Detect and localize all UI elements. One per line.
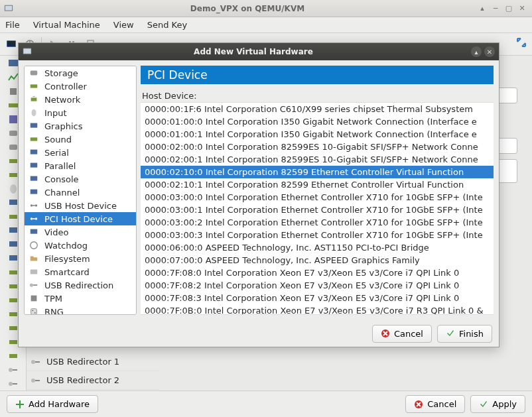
usb-redir2-icon[interactable] — [5, 377, 21, 390]
hw-type-input[interactable]: Input — [25, 106, 136, 119]
apply-icon — [479, 400, 488, 409]
controller7-icon[interactable] — [5, 349, 21, 363]
svg-rect-44 — [31, 163, 38, 168]
hw-type-label: Filesystem — [44, 254, 90, 264]
host-device-row[interactable]: 0000:02:00:0 Intel Corporation 82599ES 1… — [141, 141, 494, 153]
footer: Add Hardware Cancel Apply — [0, 390, 532, 417]
hw-type-label: RNG — [44, 307, 64, 316]
host-device-row[interactable]: 0000:02:10:1 Intel Corporation 82599 Eth… — [141, 178, 494, 191]
hardware-type-list[interactable]: StorageControllerNetworkInputGraphicsSou… — [24, 66, 137, 315]
svg-rect-14 — [9, 145, 17, 150]
svg-rect-25 — [9, 298, 17, 302]
host-device-row[interactable]: 0000:01:00:0 Intel Corporation I350 Giga… — [141, 115, 494, 128]
hw-type-label: Storage — [44, 68, 78, 78]
hw-type-pci-host-device[interactable]: PCI Host Device — [25, 212, 136, 225]
host-device-row[interactable]: 0000:01:00:1 Intel Corporation I350 Giga… — [141, 128, 494, 141]
hw-type-rng[interactable]: RNG — [25, 305, 136, 315]
host-device-row[interactable]: 0000:07:00:0 ASPEED Technology, Inc. ASP… — [141, 254, 494, 267]
svg-rect-21 — [9, 241, 17, 247]
hw-type-usb-host-device[interactable]: USB Host Device — [25, 199, 136, 212]
host-device-row[interactable]: 0000:03:00:0 Intel Corporation Ethernet … — [141, 191, 494, 204]
svg-rect-43 — [31, 150, 38, 154]
svg-rect-22 — [9, 255, 17, 261]
host-device-label: Host Device: — [142, 91, 492, 101]
panel-title: PCI Device — [141, 66, 494, 84]
dialog-finish-button[interactable]: Finish — [437, 325, 492, 343]
console-icon — [29, 174, 39, 184]
host-device-row[interactable]: 0000:02:10:0 Intel Corporation 82599 Eth… — [141, 166, 494, 178]
svg-point-49 — [31, 217, 33, 220]
hw-type-parallel[interactable]: Parallel — [25, 159, 136, 172]
window-maximize-icon[interactable]: ▢ — [504, 4, 513, 13]
toolbar-console-icon[interactable] — [4, 37, 19, 52]
menu-file[interactable]: File — [5, 20, 20, 30]
hw-type-smartcard[interactable]: Smartcard — [25, 265, 136, 278]
watchdog-icon — [29, 240, 39, 251]
hw-type-sound[interactable]: Sound — [25, 133, 136, 146]
svg-rect-19 — [9, 215, 17, 219]
window-title: Demo_VPX on QEMU/KVM — [17, 4, 478, 13]
hw-type-console[interactable]: Console — [25, 172, 136, 186]
svg-rect-26 — [9, 312, 17, 316]
hw-type-label: TPM — [44, 294, 62, 304]
hw-type-usb-redirection[interactable]: USB Redirection — [25, 278, 136, 292]
usb-redirector-2-label: USB Redirector 2 — [46, 375, 119, 385]
host-device-row[interactable]: 0000:00:1F:6 Intel Corporation C610/X99 … — [141, 103, 494, 115]
sidebar-item-usb-redirector-1[interactable]: USB Redirector 1 — [27, 353, 159, 371]
sidebar-item-usb-redirector-2[interactable]: USB Redirector 2 — [27, 371, 159, 390]
usb-icon — [31, 357, 41, 367]
host-device-row[interactable]: 0000:03:00:2 Intel Corporation Ethernet … — [141, 216, 494, 229]
window-up-icon[interactable]: ▴ — [478, 4, 487, 13]
hw-type-graphics[interactable]: Graphics — [25, 119, 136, 133]
dialog-cancel-button[interactable]: Cancel — [372, 325, 432, 343]
tpm-icon — [29, 293, 39, 304]
hw-type-tpm[interactable]: TPM — [25, 292, 136, 305]
menu-virtual-machine[interactable]: Virtual Machine — [33, 20, 100, 30]
window-close-icon[interactable]: ✕ — [517, 4, 527, 13]
hw-type-network[interactable]: Network — [25, 93, 136, 106]
menu-view[interactable]: View — [113, 20, 134, 30]
hw-type-serial[interactable]: Serial — [25, 146, 136, 159]
hw-type-video[interactable]: Video — [25, 225, 136, 239]
plus-icon — [15, 400, 25, 409]
fullscreen-icon[interactable] — [516, 37, 527, 48]
add-hardware-dialog: Add New Virtual Hardware ▴ ✕ StorageCont… — [18, 42, 499, 347]
add-hardware-label: Add Hardware — [29, 399, 90, 409]
footer-cancel-button[interactable]: Cancel — [405, 395, 465, 413]
dialog-close-icon[interactable]: ✕ — [484, 46, 495, 57]
host-device-row[interactable]: 0000:02:00:1 Intel Corporation 82599ES 1… — [141, 153, 494, 166]
host-device-row[interactable]: 0000:7F:0B:0 Intel Corporation Xeon E7 v… — [141, 304, 494, 315]
svg-rect-53 — [31, 270, 38, 274]
hw-type-controller[interactable]: Controller — [25, 80, 136, 93]
menu-send-key[interactable]: Send Key — [147, 20, 187, 30]
hw-type-label: Graphics — [44, 121, 82, 131]
hw-type-channel[interactable]: Channel — [25, 186, 136, 199]
dialog-up-icon[interactable]: ▴ — [471, 46, 482, 57]
host-device-row[interactable]: 0000:03:00:3 Intel Corporation Ethernet … — [141, 229, 494, 241]
hw-type-label: Input — [44, 108, 67, 118]
menubar: File Virtual Machine View Send Key — [0, 17, 532, 33]
host-device-row[interactable]: 0000:06:00:0 ASPEED Technology, Inc. AST… — [141, 241, 494, 254]
add-hardware-button[interactable]: Add Hardware — [7, 395, 98, 413]
smartcard-icon — [29, 267, 39, 277]
svg-point-54 — [30, 283, 33, 286]
svg-rect-3 — [7, 41, 15, 46]
hw-type-label: Channel — [44, 188, 80, 198]
svg-point-30 — [9, 368, 13, 372]
host-device-row[interactable]: 0000:03:00:1 Intel Corporation Ethernet … — [141, 204, 494, 216]
host-device-row[interactable]: 0000:7F:08:2 Intel Corporation Xeon E7 v… — [141, 279, 494, 292]
svg-point-32 — [31, 360, 35, 364]
svg-rect-27 — [9, 326, 17, 330]
window-minimize-icon[interactable]: ─ — [491, 4, 500, 13]
usb-redir-icon[interactable] — [5, 363, 21, 377]
host-device-row[interactable]: 0000:7F:08:3 Intel Corporation Xeon E7 v… — [141, 292, 494, 304]
svg-rect-37 — [31, 71, 38, 76]
hw-type-watchdog[interactable]: Watchdog — [25, 239, 136, 252]
hw-type-storage[interactable]: Storage — [25, 66, 136, 80]
hw-type-filesystem[interactable]: Filesystem — [25, 252, 136, 265]
footer-apply-button[interactable]: Apply — [470, 395, 525, 413]
host-device-row[interactable]: 0000:7F:08:0 Intel Corporation Xeon E7 v… — [141, 267, 494, 279]
svg-rect-29 — [9, 354, 17, 358]
dialog-cancel-label: Cancel — [394, 329, 423, 339]
host-device-list[interactable]: 0000:00:1F:6 Intel Corporation C610/X99 … — [141, 102, 494, 315]
